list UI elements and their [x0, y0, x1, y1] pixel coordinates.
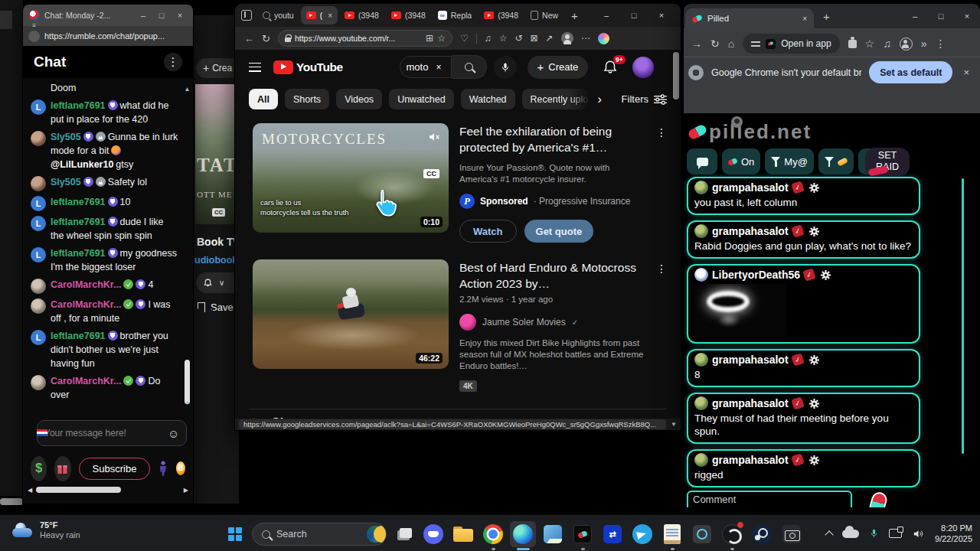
username[interactable]: LibertyorDeath56 — [712, 269, 800, 281]
clock[interactable]: 8:20 PM 9/22/2025 — [935, 523, 972, 544]
start-button[interactable] — [222, 521, 248, 547]
close-icon[interactable]: × — [173, 11, 187, 20]
channel-name[interactable]: Jaume Soler Movies — [482, 317, 566, 328]
avatar[interactable] — [694, 268, 708, 282]
browser-tab[interactable]: (3948 — [479, 6, 524, 24]
mention[interactable]: @LilLunker10 — [51, 159, 113, 170]
profile-avatar[interactable] — [632, 57, 654, 78]
tab-close-icon[interactable]: × — [802, 15, 807, 23]
more-options-icon[interactable]: ⋮ — [656, 126, 667, 139]
chip-watched[interactable]: Watched — [461, 89, 515, 109]
chat-scrollbar[interactable] — [962, 178, 964, 454]
emoji-picker-icon[interactable]: ☺ — [168, 427, 179, 440]
advertiser-logo[interactable]: P — [459, 194, 475, 209]
username[interactable]: grampahasalot — [712, 454, 789, 466]
browser-tab[interactable]: (3948 — [386, 6, 431, 24]
refresh-icon[interactable]: ↻ — [710, 37, 720, 50]
settings-gear-icon[interactable] — [809, 455, 819, 465]
filters-button[interactable]: Filters — [622, 93, 667, 105]
advertiser-name[interactable]: · Progressive Insurance — [534, 196, 631, 207]
history-icon[interactable]: ↺ — [514, 33, 522, 44]
bookmark-star-icon[interactable]: ☆ — [865, 37, 875, 50]
camera-app-icon[interactable] — [779, 521, 805, 547]
maximize-icon[interactable]: □ — [155, 11, 168, 20]
forward-icon[interactable]: → — [691, 37, 702, 50]
scroll-left-icon[interactable]: ◀ — [28, 487, 32, 494]
avatar[interactable] — [694, 181, 708, 194]
refresh-icon[interactable]: ↻ — [262, 33, 270, 44]
chat-message-list[interactable]: Doom leftlane7691what did he put in plac… — [23, 78, 193, 415]
avatar[interactable] — [31, 375, 46, 390]
volume-icon[interactable] — [912, 528, 925, 540]
profile-avatar[interactable] — [900, 37, 913, 51]
address-bar[interactable]: https://www.youtube.com/r... ⊞ ☆ — [278, 30, 452, 47]
pill-on-button[interactable]: On — [722, 148, 760, 174]
person-emote-icon[interactable] — [158, 461, 168, 476]
avatar[interactable] — [31, 216, 46, 231]
avatar[interactable] — [694, 453, 708, 467]
chat-menu-icon[interactable]: ⋮ — [164, 53, 182, 71]
edge-app-icon[interactable] — [510, 521, 536, 547]
search-input-wrap[interactable]: × — [400, 56, 452, 78]
obs-app-icon[interactable] — [719, 521, 745, 547]
browser-tab[interactable]: youtu — [257, 6, 299, 24]
clear-search-icon[interactable]: × — [436, 62, 442, 73]
gift-button[interactable] — [54, 456, 70, 481]
display-tray-icon[interactable] — [889, 529, 902, 538]
username[interactable]: CarolMarchKr... — [51, 376, 121, 386]
site-settings-icon[interactable] — [751, 40, 760, 47]
settings-gear-icon[interactable] — [809, 355, 819, 365]
more-menu-icon[interactable]: ⋯ — [581, 33, 590, 44]
notepad-app-icon[interactable] — [659, 521, 685, 547]
media-controls-icon[interactable]: ♫ — [883, 37, 891, 50]
open-in-app-chip[interactable]: Open in app — [743, 34, 839, 54]
video-thumbnail[interactable]: 46:22 — [253, 259, 449, 369]
avatar[interactable] — [31, 99, 46, 115]
new-tab-icon[interactable]: + — [823, 10, 830, 23]
settings-gear-icon[interactable] — [809, 227, 819, 236]
tab-close-icon[interactable]: × — [328, 11, 332, 20]
avatar[interactable] — [31, 279, 46, 294]
weather-widget[interactable]: 75°FHeavy rain — [12, 520, 80, 540]
favorite-star-icon[interactable]: ☆ — [437, 33, 446, 44]
profile-avatar[interactable] — [561, 32, 573, 44]
minimize-icon[interactable]: – — [593, 11, 619, 20]
favorites-list-icon[interactable]: ☆ — [499, 33, 508, 44]
channel-avatar[interactable] — [459, 314, 476, 331]
set-as-default-button[interactable]: Set as default — [869, 61, 952, 83]
muted-speaker-icon[interactable] — [427, 131, 441, 143]
steam-app-icon[interactable] — [749, 521, 775, 547]
create-button[interactable]: +Crea — [196, 58, 239, 78]
message-input[interactable] — [44, 428, 163, 439]
chip-unwatched[interactable]: Unwatched — [389, 89, 454, 109]
window-titlebar[interactable]: Chat: Monday -2... – □ × — [23, 5, 193, 26]
copilot-icon[interactable] — [598, 33, 609, 44]
tab-actions-icon[interactable] — [241, 10, 252, 21]
username[interactable]: Sly505 — [51, 177, 81, 187]
scroll-up-icon[interactable]: ▲ — [184, 83, 191, 96]
close-icon[interactable]: × — [648, 11, 675, 20]
username[interactable]: leftlane7691 — [51, 331, 106, 341]
more-menu-icon[interactable]: ⋮ — [935, 37, 946, 50]
taskbar-search[interactable]: Search — [252, 523, 387, 546]
watch-button[interactable]: Watch — [459, 220, 517, 243]
share-icon[interactable]: ↗ — [546, 33, 554, 44]
settings-gear-icon[interactable] — [809, 183, 819, 193]
avatar[interactable] — [694, 224, 708, 238]
voice-search-button[interactable] — [494, 56, 517, 79]
ad-video-thumbnail[interactable]: MOTORCYCLES CC cars lie to usmotorcycles… — [253, 123, 449, 233]
chat-message-list[interactable]: grampahasalot ✓ you past it, left column… — [687, 177, 977, 487]
avatar[interactable] — [31, 176, 46, 191]
username[interactable]: leftlane7691 — [51, 197, 106, 207]
menu-icon[interactable] — [249, 63, 261, 72]
notification-bell-button[interactable]: ∨ — [196, 272, 239, 293]
browser-tab[interactable]: New — [525, 6, 564, 24]
overflow-chevrons-icon[interactable]: » — [921, 37, 927, 50]
chip-shorts[interactable]: Shorts — [285, 89, 329, 109]
create-button[interactable]: +Create — [528, 56, 589, 79]
send-pill-icon[interactable] — [867, 491, 888, 507]
chip-videos[interactable]: Videos — [336, 89, 382, 109]
video-title[interactable]: Best of Hard Enduro & Motocross Action 2… — [459, 259, 650, 292]
settings-gear-icon[interactable] — [809, 399, 819, 409]
comment-input[interactable] — [687, 491, 852, 507]
